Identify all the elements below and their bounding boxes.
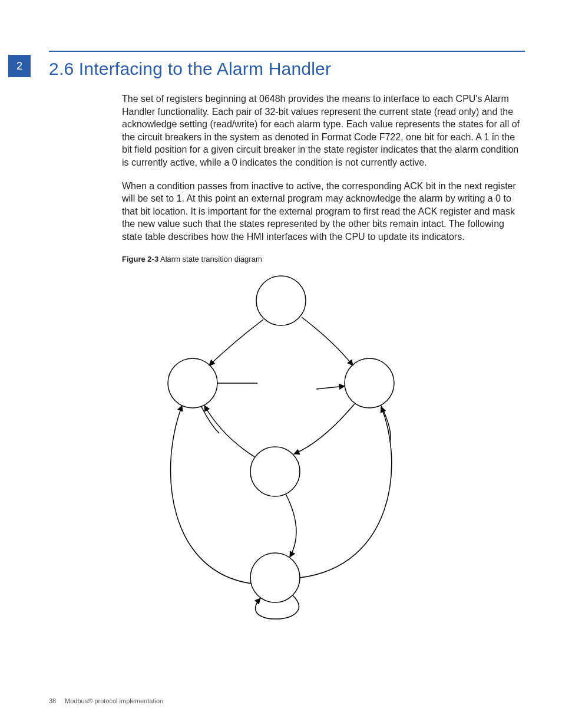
- state-node-bottom: [250, 553, 300, 602]
- edge-left-lower-stub: [201, 407, 219, 433]
- edge-mid-bottom: [286, 494, 296, 557]
- running-title: Modbus® protocol implementation: [65, 697, 163, 704]
- header-rule: [49, 51, 525, 52]
- state-node-top: [256, 276, 306, 325]
- state-node-right: [345, 358, 394, 408]
- page-footer: 38 Modbus® protocol implementation: [49, 697, 163, 704]
- body-text-column: The set of registers beginning at 0648h …: [122, 93, 525, 275]
- state-transition-diagram: [122, 265, 452, 631]
- paragraph-2: When a condition passes from inactive to…: [122, 180, 525, 243]
- page-number: 38: [49, 697, 63, 704]
- chapter-number: 2: [16, 60, 22, 73]
- figure-caption: Figure 2-3 Alarm state transition diagra…: [122, 254, 525, 265]
- edge-top-right: [302, 317, 353, 365]
- chapter-tab: 2: [8, 55, 31, 77]
- edge-into-right: [316, 386, 345, 389]
- figure-caption-text: Alarm state transition diagram: [160, 255, 262, 263]
- edge-mid-left: [204, 406, 254, 457]
- state-node-left: [168, 358, 217, 408]
- section-heading: 2.6 Interfacing to the Alarm Handler: [49, 59, 331, 79]
- edge-bottom-right: [300, 407, 392, 578]
- diagram-svg: [122, 265, 452, 631]
- edge-right-mid: [294, 404, 355, 454]
- paragraph-1: The set of registers beginning at 0648h …: [122, 93, 525, 169]
- edge-bottom-left: [171, 406, 252, 584]
- state-node-mid: [250, 447, 300, 496]
- figure-number: Figure 2-3: [122, 255, 158, 263]
- edge-top-left: [209, 319, 263, 365]
